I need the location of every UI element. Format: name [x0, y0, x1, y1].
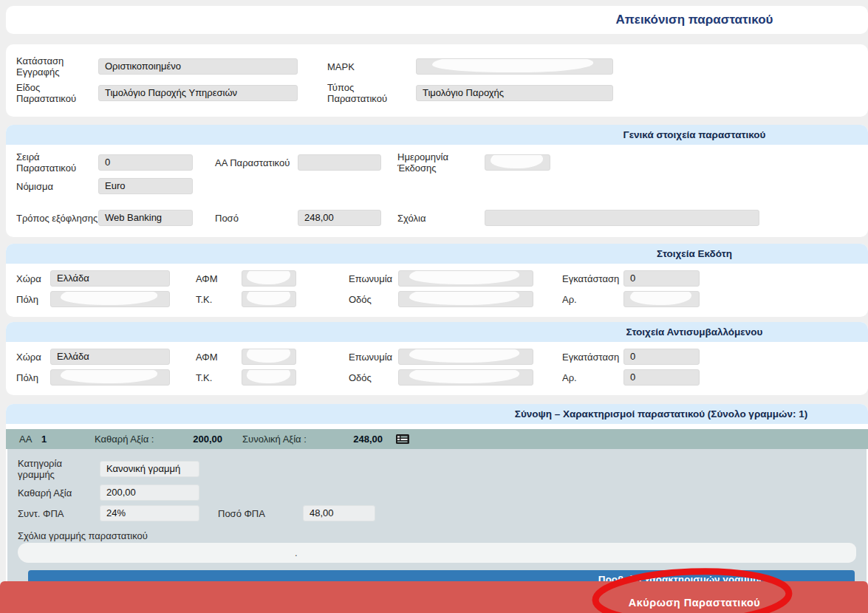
issuer-section-title: Στοιχεία Εκδότη: [521, 244, 868, 264]
counterparty-vat-label: ΑΦΜ: [196, 352, 242, 363]
comments-field: [485, 210, 759, 226]
line-aa-value: 1: [41, 434, 95, 445]
line-comments-field: .: [18, 543, 856, 563]
issuer-postal-label: Τ.Κ.: [196, 294, 242, 305]
amount-field: 248,00: [298, 210, 381, 226]
counterparty-section: Στοιχεία Αντισυμβαλλόμενου Χώρα Ελλάδα Α…: [6, 322, 868, 395]
counterparty-row-1: Χώρα Ελλάδα ΑΦΜ Επωνυμία Εγκατάσταση 0: [16, 349, 868, 365]
counterparty-country-field: Ελλάδα: [50, 349, 170, 365]
issuer-row-1: Χώρα Ελλάδα ΑΦΜ Επωνυμία Εγκατάσταση 0: [16, 270, 868, 287]
issuer-country-field: Ελλάδα: [50, 270, 170, 287]
issuer-branch-label: Εγκατάσταση: [562, 273, 623, 284]
line-comments-label: Σχόλια γραμμής παραστατικού: [18, 530, 148, 541]
line-net-field-label: Καθαρή Αξία: [18, 487, 100, 499]
counterparty-row-2: Πόλη Τ.Κ. Οδός Αρ. 0: [16, 369, 868, 386]
header-row-1: Κατάσταση Εγγραφής Οριστικοποιημένο ΜΑΡΚ: [16, 55, 868, 78]
line-category-row: Κατηγορία γραμμής Κανονική γραμμή: [18, 458, 867, 480]
line-category-field: Κανονική γραμμή: [100, 461, 199, 477]
summary-section-header: Σύνοψη – Χαρακτηρισμοί παραστατικού (Σύν…: [6, 404, 868, 424]
vat-rate-field: 24%: [100, 505, 199, 521]
general-section-header: Γενικά στοιχεία παραστατικού: [6, 125, 868, 145]
line-detail-panel: Κατηγορία γραμμής Κανονική γραμμή Καθαρή…: [7, 449, 867, 597]
issuer-street-field: [398, 291, 533, 307]
line-comments-row: Σχόλια γραμμής παραστατικού: [18, 530, 867, 541]
counterparty-branch-label: Εγκατάσταση: [562, 352, 623, 363]
payment-method-label: Τρόπος εξόφλησης: [16, 213, 98, 224]
line-vat-row: Συντ. ΦΠΑ 24% Ποσό ΦΠΑ 48,00: [18, 505, 867, 521]
header-row-2: Είδος Παραστατικού Τιμολόγιο Παροχής Υπη…: [16, 82, 868, 104]
vat-rate-label: Συντ. ΦΠΑ: [18, 508, 100, 519]
issuer-number-label: Αρ.: [562, 294, 623, 305]
line-aa-label: ΑΑ: [19, 434, 41, 445]
issuer-section-header: Στοιχεία Εκδότη: [6, 244, 868, 264]
status-label: Κατάσταση Εγγραφής: [16, 55, 98, 78]
counterparty-number-label: Αρ.: [562, 372, 623, 383]
general-section: Γενικά στοιχεία παραστατικού Σειρά Παρασ…: [6, 125, 868, 237]
vat-amount-field: 48,00: [303, 505, 375, 521]
series-field: 0: [98, 154, 193, 171]
issuer-number-field: [623, 291, 700, 307]
status-field: Οριστικοποιημένο: [98, 58, 298, 75]
summary-section: Σύνοψη – Χαρακτηρισμοί παραστατικού (Σύν…: [6, 404, 868, 602]
doc-type-label: Τύπος Παραστατικού: [327, 82, 416, 104]
counterparty-country-label: Χώρα: [16, 352, 50, 363]
amount-label: Ποσό: [215, 213, 298, 224]
line-total-label: Συνολική Αξία :: [242, 434, 342, 445]
issuer-street-label: Οδός: [349, 294, 398, 305]
doc-kind-field: Τιμολόγιο Παροχής Υπηρεσιών: [98, 85, 298, 101]
mark-field: [416, 58, 613, 75]
counterparty-number-field: 0: [623, 369, 700, 386]
general-row-2: Νόμισμα Euro: [16, 178, 868, 194]
line-net-row: Καθαρή Αξία 200,00: [18, 484, 867, 501]
doc-kind-label: Είδος Παραστατικού: [16, 82, 98, 104]
counterparty-street-label: Οδός: [349, 372, 398, 383]
counterparty-street-field: [398, 369, 533, 386]
aa-field: [298, 154, 381, 171]
issuer-country-label: Χώρα: [16, 273, 50, 284]
line-net-label: Καθαρή Αξία :: [95, 434, 180, 445]
header-card: Κατάσταση Εγγραφής Οριστικοποιημένο ΜΑΡΚ…: [6, 44, 868, 117]
issuer-vat-label: ΑΦΜ: [196, 273, 242, 284]
counterparty-postal-label: Τ.Κ.: [196, 372, 242, 383]
counterparty-name-field: [398, 349, 533, 365]
vat-amount-label: Ποσό ΦΠΑ: [218, 508, 303, 519]
issuer-vat-field: [242, 270, 296, 287]
counterparty-section-header: Στοιχεία Αντισυμβαλλόμενου: [6, 322, 868, 342]
general-row-1: Σειρά Παραστατικού 0 ΑΑ Παραστατικού Ημε…: [16, 151, 868, 174]
counterparty-city-field: [50, 369, 170, 386]
counterparty-name-label: Επωνυμία: [349, 352, 398, 363]
invoice-view-page: Απεικόνιση παραστατικού Κατάσταση Εγγραφ…: [0, 0, 868, 613]
issuer-name-label: Επωνυμία: [349, 273, 398, 284]
issuer-name-field: [398, 270, 533, 287]
general-section-title: Γενικά στοιχεία παραστατικού: [521, 125, 868, 145]
issuer-postal-field: [242, 291, 296, 307]
issuer-branch-field: 0: [623, 270, 700, 287]
summary-section-title: Σύνοψη – Χαρακτηρισμοί παραστατικού (Σύν…: [454, 404, 868, 424]
counterparty-vat-field: [242, 349, 296, 365]
counterparty-section-title: Στοιχεία Αντισυμβαλλόμενου: [521, 322, 868, 342]
issuer-city-label: Πόλη: [16, 294, 50, 305]
page-title: Απεικόνιση παραστατικού: [521, 13, 868, 27]
counterparty-branch-field: 0: [623, 349, 700, 365]
comments-label: Σχόλια: [397, 213, 485, 224]
currency-label: Νόμισμα: [16, 181, 98, 192]
payment-method-field: Web Banking: [98, 210, 193, 226]
issuer-section: Στοιχεία Εκδότη Χώρα Ελλάδα ΑΦΜ Επωνυμία…: [6, 244, 868, 317]
line-net-value: 200,00: [180, 434, 222, 445]
issue-date-field: [485, 154, 550, 171]
currency-field: Euro: [98, 178, 193, 194]
line-summary-row: ΑΑ 1 Καθαρή Αξία : 200,00 Συνολική Αξία …: [6, 429, 868, 449]
aa-label: ΑΑ Παραστατικού: [215, 157, 298, 168]
cancel-invoice-button[interactable]: Ακύρωση Παραστατικού: [0, 581, 868, 613]
doc-type-field: Τιμολόγιο Παροχής: [416, 85, 613, 101]
title-bar: Απεικόνιση παραστατικού: [6, 6, 868, 34]
line-details-icon[interactable]: [396, 434, 409, 444]
general-row-3: Τρόπος εξόφλησης Web Banking Ποσό 248,00…: [16, 210, 868, 226]
line-category-label: Κατηγορία γραμμής: [18, 458, 100, 480]
counterparty-postal-field: [242, 369, 296, 386]
series-label: Σειρά Παραστατικού: [16, 151, 98, 174]
issue-date-label: Ημερομηνία Έκδοσης: [397, 151, 485, 174]
counterparty-city-label: Πόλη: [16, 372, 50, 383]
line-total-value: 248,00: [342, 434, 383, 445]
mark-label: ΜΑΡΚ: [327, 61, 416, 72]
